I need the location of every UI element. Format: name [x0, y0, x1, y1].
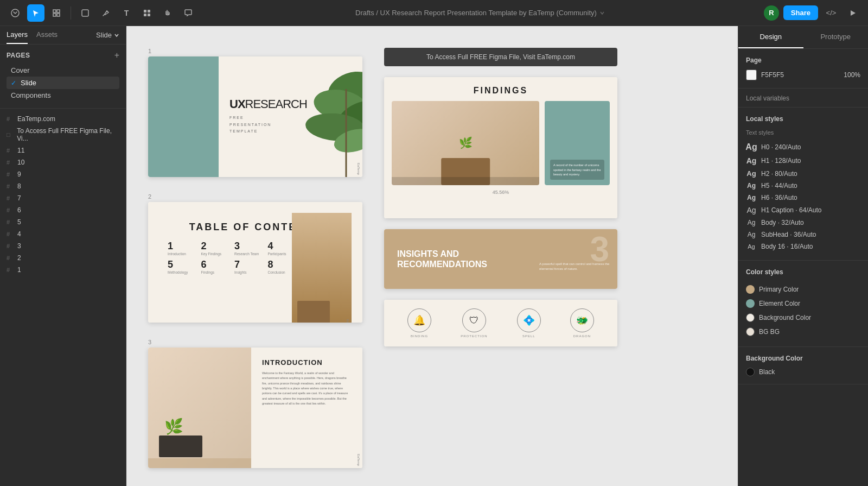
- findings-title: FINDINGS: [384, 77, 617, 101]
- h1-caption-name: H1 Caption · 64/Auto: [761, 206, 821, 214]
- separator-1: [71, 7, 71, 20]
- layer-icon-7: #: [7, 195, 14, 201]
- icons-slide[interactable]: 🔔 BINDING 🛡 PROTECTION 💠 SPELL 🐲: [384, 300, 617, 346]
- color-style-primary[interactable]: Primary Color: [746, 282, 860, 296]
- layer-7[interactable]: # 7: [0, 192, 126, 204]
- page-color-swatch[interactable]: [746, 70, 757, 80]
- pages-header: Pages +: [7, 51, 119, 60]
- text-style-h6[interactable]: Ag H6 · 36/Auto: [746, 192, 860, 204]
- insights-text: INSIGHTS AND RECOMMENDATIONS: [397, 249, 516, 269]
- color-style-bgbg[interactable]: BG BG: [746, 325, 860, 339]
- slide-3-text-area: INTRODUCTION Welcome to the Fantasy Worl…: [251, 348, 362, 468]
- toolbar-left: T: [7, 4, 197, 22]
- svg-rect-1: [53, 10, 56, 12]
- svg-rect-4: [57, 14, 60, 16]
- pages-title: Pages: [7, 52, 30, 59]
- layer-11[interactable]: # 11: [0, 144, 126, 156]
- text-style-h5[interactable]: Ag H5 · 44/Auto: [746, 180, 860, 192]
- page-item-slide[interactable]: ✓ Slide: [7, 77, 119, 89]
- protection-icon-circle: 🛡: [462, 308, 486, 332]
- layer-2[interactable]: # 2: [0, 252, 126, 264]
- findings-caption: A record of the number of unicorns spott…: [553, 163, 601, 176]
- left-panel: Layers Assets Slide Pages + Cover ✓ Slid…: [0, 26, 126, 486]
- layer-10[interactable]: # 10: [0, 156, 126, 168]
- svg-rect-6: [144, 10, 146, 12]
- comment-tool[interactable]: [180, 4, 197, 22]
- findings-slide[interactable]: FINDINGS 🌿: [384, 77, 617, 218]
- hand-tool[interactable]: [159, 4, 176, 22]
- body-name: Body · 32/Auto: [761, 219, 804, 226]
- findings-main-image: 🌿: [392, 101, 539, 185]
- bgbg-color-name: BG BG: [759, 328, 780, 336]
- insights-slide[interactable]: INSIGHTS AND RECOMMENDATIONS 3 A powerfu…: [384, 229, 617, 289]
- slide-3-plant-decor: 🌿: [164, 418, 183, 435]
- text-style-body[interactable]: Ag Body · 32/Auto: [746, 217, 860, 229]
- page-section-title: Page: [746, 56, 860, 64]
- slide-1-thumb[interactable]: UXRESEARCH FREEPRESENTATIONTEMPLATE: [148, 56, 362, 177]
- layer-eatemp[interactable]: # EaTemp.com: [0, 113, 126, 125]
- frame-tool[interactable]: [48, 4, 65, 22]
- toc-grid: 1Introduction 2Key Findings 3Research Te…: [168, 241, 298, 274]
- text-style-body16[interactable]: Ag Body 16 · 16/Auto: [746, 241, 860, 253]
- shape-tool[interactable]: [76, 4, 94, 22]
- tab-layers[interactable]: Layers: [7, 30, 28, 44]
- layer-name-6: 6: [17, 206, 21, 214]
- color-style-background[interactable]: Background Color: [746, 311, 860, 325]
- icon-spell: 💠 SPELL: [517, 308, 541, 338]
- tab-design[interactable]: Design: [738, 26, 803, 48]
- slide-1-container: 1 UXRESEARCH FREEPRESENTATIONTEMPLATE: [148, 48, 362, 177]
- insights-body-text: A powerful spell that can control and ha…: [539, 262, 610, 272]
- layer-9[interactable]: # 9: [0, 168, 126, 180]
- text-style-h1-caption[interactable]: Ag H1 Caption · 64/Auto: [746, 204, 860, 217]
- slide-3-number: 3: [148, 339, 362, 345]
- body16-name: Body 16 · 16/Auto: [761, 243, 813, 250]
- binding-icon-circle: 🔔: [407, 308, 431, 332]
- tab-assets[interactable]: Assets: [36, 30, 58, 44]
- layer-1[interactable]: # 1: [0, 264, 126, 276]
- bg-color-item: Black: [746, 368, 860, 376]
- add-page-button[interactable]: +: [114, 51, 119, 60]
- findings-side-panel: A record of the number of unicorns spott…: [545, 101, 610, 185]
- h2-preview: Ag: [746, 169, 757, 178]
- slide-2-thumb[interactable]: TABLE OF CONTENTS 1Introduction 2Key Fin…: [148, 202, 362, 323]
- layer-3[interactable]: # 3: [0, 240, 126, 252]
- code-view-button[interactable]: </>: [822, 4, 840, 22]
- slide-3-content: 🌿 INTRODUCTION Welcome to the Fantasy Wo…: [148, 348, 362, 468]
- layer-name-8: 8: [17, 182, 21, 190]
- layers-list: # EaTemp.com □ To Access Full FREE Figma…: [0, 109, 126, 486]
- text-style-h2[interactable]: Ag H2 · 80/Auto: [746, 167, 860, 180]
- canvas-area[interactable]: 1 UXRESEARCH FREEPRESENTATIONTEMPLATE: [126, 26, 738, 486]
- move-tool[interactable]: [27, 4, 44, 22]
- bg-color-name: Black: [759, 368, 775, 376]
- layer-icon-11: #: [7, 147, 14, 154]
- primary-color-dot: [746, 285, 755, 294]
- play-button[interactable]: [844, 4, 861, 22]
- components-tool[interactable]: [138, 4, 156, 22]
- toc-item-2: 2Key Findings: [201, 241, 232, 256]
- text-style-h1[interactable]: Ag H1 · 128/Auto: [746, 154, 860, 167]
- text-style-subhead[interactable]: Ag SubHead · 36/Auto: [746, 229, 860, 241]
- page-item-cover[interactable]: Cover: [7, 64, 119, 77]
- local-variables-link[interactable]: Local variables: [746, 94, 789, 102]
- layer-access[interactable]: □ To Access Full FREE Figma File, Vi...: [0, 125, 126, 144]
- menu-icon[interactable]: [7, 4, 24, 22]
- pen-tool[interactable]: [97, 4, 114, 22]
- slide-1-content: UXRESEARCH FREEPRESENTATIONTEMPLATE: [148, 56, 362, 177]
- layer-6[interactable]: # 6: [0, 204, 126, 216]
- share-button[interactable]: Share: [783, 5, 818, 20]
- tab-prototype[interactable]: Prototype: [803, 26, 869, 48]
- layer-8[interactable]: # 8: [0, 180, 126, 192]
- layer-5[interactable]: # 5: [0, 216, 126, 228]
- h0-name: H0 · 240/Auto: [761, 143, 801, 151]
- color-style-element[interactable]: Element Color: [746, 296, 860, 311]
- layer-name-11: 11: [17, 147, 24, 154]
- body-preview: Ag: [746, 219, 757, 226]
- layer-4[interactable]: # 4: [0, 228, 126, 240]
- text-tool[interactable]: T: [118, 4, 135, 22]
- bg-color-swatch[interactable]: [746, 368, 755, 376]
- text-style-h0[interactable]: Ag H0 · 240/Auto: [746, 140, 860, 154]
- page-item-components[interactable]: Components: [7, 89, 119, 102]
- layer-icon-10: #: [7, 159, 14, 166]
- tab-slide[interactable]: Slide: [96, 31, 119, 43]
- slide-3-thumb[interactable]: 🌿 INTRODUCTION Welcome to the Fantasy Wo…: [148, 348, 362, 468]
